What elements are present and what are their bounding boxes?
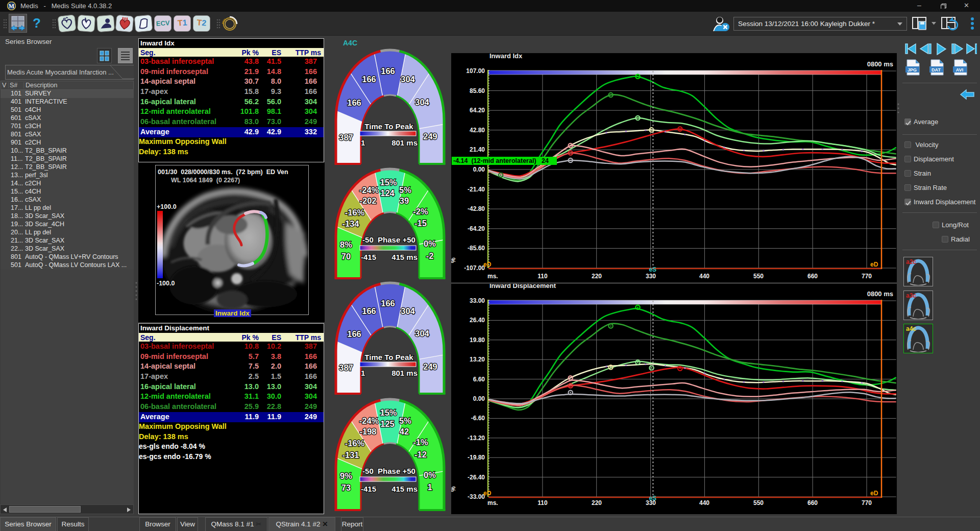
svg-text:249: 249 [423, 132, 437, 141]
svg-text:387: 387 [339, 133, 353, 142]
svg-text:770: 770 [862, 499, 872, 506]
svg-text:AVI: AVI [956, 67, 963, 73]
svg-text:801 ms: 801 ms [391, 369, 418, 377]
svg-text:387: 387 [339, 363, 353, 372]
svg-text:ms.: ms. [487, 273, 498, 280]
svg-text:Time To Peak: Time To Peak [364, 122, 413, 131]
svg-text:801 ms: 801 ms [391, 138, 418, 147]
svg-text:eS: eS [649, 266, 656, 273]
svg-text:21.40: 21.40 [470, 146, 485, 153]
svg-text:Inward Idx: Inward Idx [489, 53, 523, 60]
svg-text:166: 166 [362, 75, 376, 84]
svg-text:-24%: -24% [359, 416, 379, 425]
svg-text:70: 70 [341, 252, 351, 261]
svg-text:-415: -415 [361, 253, 376, 261]
svg-text:6.60: 6.60 [473, 376, 485, 383]
svg-text:-131: -131 [342, 450, 359, 460]
svg-text:15%: 15% [380, 178, 397, 187]
svg-text:166: 166 [347, 329, 361, 339]
svg-text:a2c: a2c [906, 258, 916, 266]
svg-text:0%: 0% [424, 470, 436, 479]
svg-text:19.80: 19.80 [470, 336, 485, 344]
svg-text:-202: -202 [359, 196, 376, 205]
svg-text:220: 220 [592, 499, 602, 506]
svg-text:304: 304 [415, 98, 429, 107]
svg-text:%: % [451, 486, 457, 492]
svg-text:a4c: a4c [906, 325, 916, 332]
svg-text:304: 304 [415, 329, 429, 338]
svg-text:-15: -15 [414, 219, 427, 228]
svg-text:-50 Phase +50: -50 Phase +50 [362, 235, 415, 244]
svg-text:26.40: 26.40 [470, 317, 485, 324]
svg-text:0800 ms: 0800 ms [867, 290, 893, 298]
svg-text:110: 110 [537, 499, 548, 506]
svg-text:-21.40: -21.40 [468, 186, 485, 193]
svg-text:1: 1 [427, 482, 432, 492]
svg-text:0800 ms: 0800 ms [867, 60, 893, 68]
svg-text:ms.: ms. [487, 499, 498, 506]
svg-text:-13.20: -13.20 [468, 435, 485, 442]
svg-text:304: 304 [401, 75, 415, 84]
svg-text:9%: 9% [340, 471, 352, 480]
svg-text:-12: -12 [414, 450, 427, 459]
svg-text:220: 220 [592, 273, 602, 280]
svg-text:0.00: 0.00 [473, 395, 485, 402]
svg-text:-1%: -1% [413, 438, 428, 447]
svg-text:125: 125 [380, 419, 395, 428]
svg-text:-33.00: -33.00 [468, 493, 485, 500]
svg-text:Time To Peak: Time To Peak [364, 353, 413, 361]
svg-text:8%: 8% [340, 240, 352, 249]
svg-text:15%: 15% [380, 408, 397, 417]
svg-text:124: 124 [380, 188, 395, 198]
svg-text:-19.80: -19.80 [468, 454, 485, 461]
svg-text:0.00: 0.00 [473, 166, 485, 173]
svg-text:39: 39 [400, 196, 409, 205]
svg-text:-4.14 (12-mid anterolateral): -4.14 (12-mid anterolateral) 24 [453, 157, 549, 164]
svg-text:64.20: 64.20 [470, 107, 485, 114]
svg-text:166: 166 [362, 306, 376, 316]
svg-text:13.20: 13.20 [470, 356, 485, 363]
svg-text:440: 440 [699, 273, 709, 280]
svg-text:-134: -134 [342, 219, 359, 228]
svg-text:-24%: -24% [359, 185, 379, 195]
svg-text:166: 166 [381, 299, 395, 308]
svg-text:-415: -415 [361, 485, 376, 493]
svg-text:73: 73 [341, 483, 351, 492]
svg-text:440: 440 [699, 499, 709, 506]
svg-text:-198: -198 [359, 427, 376, 436]
svg-text:eD: eD [483, 490, 492, 497]
svg-text:001/30 028/0000/830 ms. (72: 001/30 028/0000/830 ms. (72 bpm) ED Ven [158, 168, 288, 176]
svg-text:330: 330 [646, 273, 656, 280]
svg-text:eD: eD [483, 261, 492, 268]
svg-text:a3c: a3c [906, 292, 916, 299]
svg-text:33.00: 33.00 [470, 297, 485, 304]
svg-text:1: 1 [361, 369, 365, 377]
svg-text:107.00: 107.00 [466, 67, 485, 75]
svg-text:DAT: DAT [932, 67, 941, 73]
svg-text:-2%: -2% [413, 207, 428, 216]
svg-text:415 ms: 415 ms [391, 485, 418, 493]
svg-text:WL 1064 1849 (0 2267): WL 1064 1849 (0 2267) [171, 177, 240, 184]
svg-text:-64.20: -64.20 [468, 225, 485, 232]
svg-text:-50 Phase +50: -50 Phase +50 [362, 467, 415, 475]
svg-text:-16%: -16% [345, 439, 365, 448]
svg-text:-107.00: -107.00 [464, 264, 485, 272]
svg-text:415 ms: 415 ms [391, 253, 418, 261]
svg-text:85.60: 85.60 [470, 87, 485, 94]
svg-text:660: 660 [807, 273, 818, 280]
svg-text:-85.60: -85.60 [468, 245, 485, 252]
svg-text:%: % [451, 257, 457, 263]
svg-text:-6.60: -6.60 [471, 415, 485, 422]
svg-text:-26.40: -26.40 [468, 474, 485, 481]
svg-text:770: 770 [862, 273, 872, 280]
svg-text:166: 166 [381, 66, 395, 76]
svg-text:-16%: -16% [345, 208, 365, 217]
svg-text:eD: eD [870, 261, 878, 268]
svg-text:660: 660 [807, 499, 818, 506]
svg-text:304: 304 [401, 306, 415, 316]
svg-text:eD: eD [870, 490, 878, 497]
svg-text:550: 550 [753, 499, 764, 506]
svg-text:5%: 5% [399, 185, 411, 195]
svg-text:249: 249 [423, 362, 437, 371]
svg-text:0%: 0% [424, 239, 436, 248]
